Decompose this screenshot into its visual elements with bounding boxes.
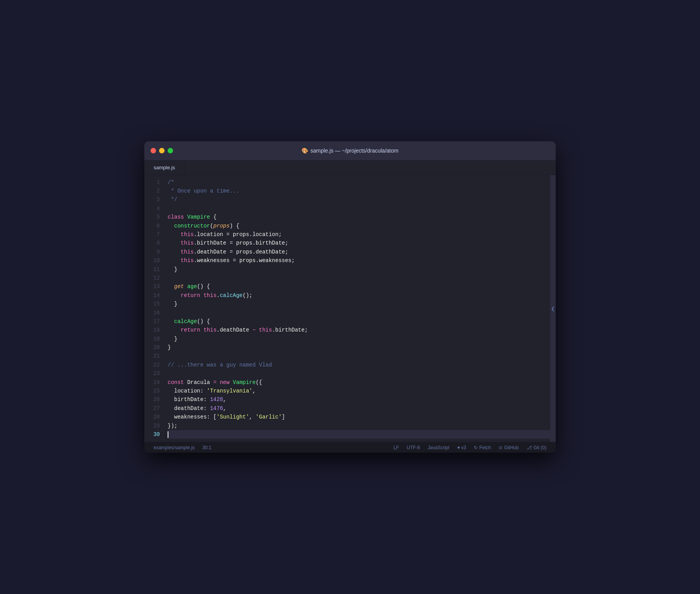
status-prettier[interactable]: ♥ v3 xyxy=(453,445,470,450)
code-line: } xyxy=(168,300,550,308)
line-number: 14 xyxy=(144,291,165,300)
code-line: /* xyxy=(168,178,550,187)
line-number: 13 xyxy=(144,282,165,291)
line-number: 21 xyxy=(144,352,165,360)
status-encoding[interactable]: UTF-8 xyxy=(403,445,424,450)
title-text: sample.js — ~/projects/dracula/atom xyxy=(310,148,399,154)
code-line: } xyxy=(168,335,550,343)
code-line: const Dracula = new Vampire({ xyxy=(168,378,550,387)
status-filepath[interactable]: examples/sample.js xyxy=(150,445,198,450)
code-line xyxy=(168,430,550,439)
maximize-button[interactable] xyxy=(168,148,173,153)
code-line: class Vampire { xyxy=(168,213,550,221)
traffic-lights xyxy=(151,148,173,153)
code-line: * Once upon a time... xyxy=(168,187,550,195)
code-line: get age() { xyxy=(168,282,550,291)
line-number: 24 xyxy=(144,378,165,387)
fetch-sync-icon: ↻ xyxy=(474,445,478,450)
line-number: 19 xyxy=(144,335,165,343)
line-number: 23 xyxy=(144,369,165,378)
line-number: 16 xyxy=(144,309,165,317)
line-number: 12 xyxy=(144,274,165,282)
status-github[interactable]: ⊙ GitHub xyxy=(495,445,522,450)
close-button[interactable] xyxy=(151,148,156,153)
line-numbers: 1234567891011121314151617181920212223242… xyxy=(144,175,165,442)
code-line: location: 'Transylvania', xyxy=(168,387,550,395)
tab-sample-js[interactable]: sample.js xyxy=(144,161,185,175)
line-number: 25 xyxy=(144,387,165,395)
file-icon: 🎨 xyxy=(301,148,308,154)
line-number: 17 xyxy=(144,317,165,326)
code-line xyxy=(168,309,550,317)
line-number: 28 xyxy=(144,413,165,421)
editor-window: 🎨 sample.js — ~/projects/dracula/atom sa… xyxy=(144,141,556,453)
status-cursor[interactable]: 30:1 xyxy=(198,445,215,450)
line-number: 26 xyxy=(144,395,165,404)
line-number: 1 xyxy=(144,178,165,187)
minimize-button[interactable] xyxy=(159,148,165,153)
code-line: return this.calcAge(); xyxy=(168,291,550,300)
code-line: birthDate: 1428, xyxy=(168,395,550,404)
line-number: 5 xyxy=(144,213,165,221)
code-line xyxy=(168,274,550,282)
code-content[interactable]: /* * Once upon a time... */ class Vampir… xyxy=(165,175,550,442)
line-number: 8 xyxy=(144,239,165,247)
code-line: return this.deathDate − this.birthDate; xyxy=(168,326,550,334)
line-number: 18 xyxy=(144,326,165,334)
line-number: 10 xyxy=(144,256,165,265)
code-line: this.weaknesses = props.weaknesses; xyxy=(168,256,550,265)
git-icon: ⎇ xyxy=(527,445,532,450)
line-number: 29 xyxy=(144,422,165,430)
statusbar: examples/sample.js 30:1 LF UTF-8 JavaScr… xyxy=(144,442,556,453)
text-cursor xyxy=(168,431,168,438)
window-title: 🎨 sample.js — ~/projects/dracula/atom xyxy=(301,148,399,154)
code-line: this.deathDate = props.deathDate; xyxy=(168,248,550,256)
code-line: */ xyxy=(168,195,550,204)
code-line: this.birthDate = props.birthDate; xyxy=(168,239,550,247)
line-number: 4 xyxy=(144,204,165,213)
titlebar: 🎨 sample.js — ~/projects/dracula/atom xyxy=(144,141,556,161)
code-line: deathDate: 1476, xyxy=(168,404,550,413)
code-line: } xyxy=(168,265,550,274)
status-line-ending[interactable]: LF xyxy=(390,445,403,450)
line-number: 27 xyxy=(144,404,165,413)
code-line: this.location = props.location; xyxy=(168,230,550,239)
status-fetch[interactable]: ↻ Fetch xyxy=(470,445,495,450)
code-line: weaknesses: ['Sunlight', 'Garlic'] xyxy=(168,413,550,421)
scrollbar[interactable]: ❮ xyxy=(550,175,556,442)
code-line xyxy=(168,204,550,213)
scroll-chevron-icon[interactable]: ❮ xyxy=(551,306,555,311)
status-git[interactable]: ⎇ Git (0) xyxy=(523,445,550,450)
line-number: 6 xyxy=(144,222,165,230)
line-number: 22 xyxy=(144,361,165,369)
line-number: 9 xyxy=(144,248,165,256)
code-line: calcAge() { xyxy=(168,317,550,326)
code-line xyxy=(168,369,550,378)
line-number: 11 xyxy=(144,265,165,274)
code-line: } xyxy=(168,343,550,352)
editor-area: 1234567891011121314151617181920212223242… xyxy=(144,175,556,442)
code-line xyxy=(168,352,550,360)
line-number: 15 xyxy=(144,300,165,308)
line-number: 3 xyxy=(144,195,165,204)
line-number: 7 xyxy=(144,230,165,239)
line-number: 30 xyxy=(144,430,165,439)
tab-bar: sample.js xyxy=(144,161,556,175)
line-number: 20 xyxy=(144,343,165,352)
line-number: 2 xyxy=(144,187,165,195)
github-icon: ⊙ xyxy=(499,445,502,450)
code-line: // ...there was a guy named Vlad xyxy=(168,361,550,369)
code-line: constructor(props) { xyxy=(168,222,550,230)
code-line: }); xyxy=(168,422,550,430)
status-language[interactable]: JavaScript xyxy=(424,445,453,450)
